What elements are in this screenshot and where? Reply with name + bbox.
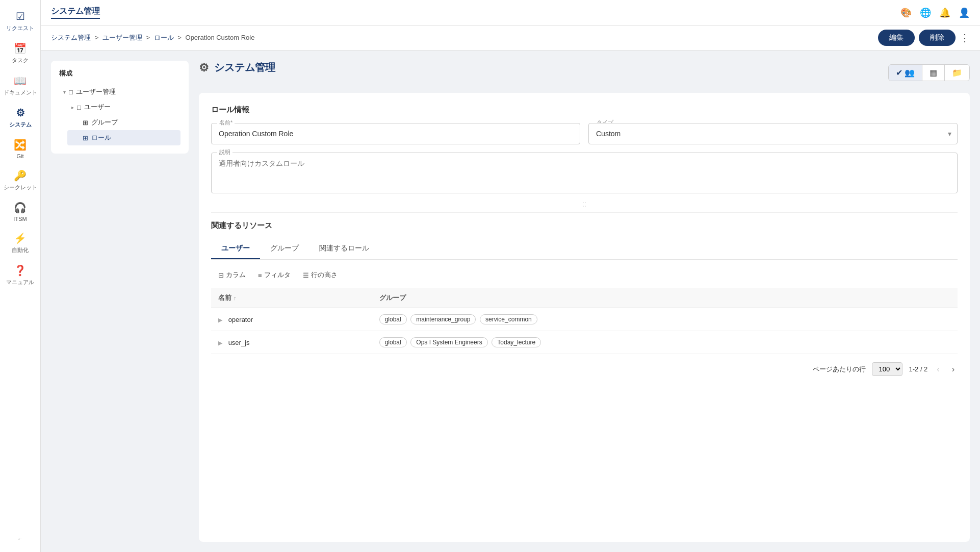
folder-icon-users: □ xyxy=(77,104,81,111)
form-row-name-type: 名前* タイプ Custom System ▾ xyxy=(211,123,958,144)
table-cell-groups: global maintenance_group service_common xyxy=(372,308,958,331)
edit-button[interactable]: 編集 xyxy=(878,30,915,46)
table-cell-groups: global Ops I System Engineers Today_lect… xyxy=(372,331,958,354)
content-area: 構成 ▾ □ ユーザー管理 ▸ □ ユーザー ⊞ グループ xyxy=(41,51,980,552)
notification-icon[interactable]: 🔔 xyxy=(939,7,950,18)
user-icon[interactable]: 👤 xyxy=(959,7,970,18)
user-name: user_js xyxy=(228,339,250,346)
sidebar-item-label: ITSM xyxy=(13,216,27,222)
page-size-select[interactable]: 100 50 25 xyxy=(872,362,902,376)
page-info: 1-2 / 2 xyxy=(909,365,927,373)
view-users-button[interactable]: ✔ 👥 xyxy=(889,65,922,81)
page-prev-button[interactable]: ‹ xyxy=(934,364,942,375)
main-panel: ロール情報 名前* タイプ Custom System ▾ xyxy=(199,93,970,542)
request-icon: ☑ xyxy=(16,10,25,22)
sidebar-item-request[interactable]: ☑ リクエスト xyxy=(0,5,40,37)
table-cell-name: ▶ operator xyxy=(211,308,372,331)
breadcrumb: システム管理 > ユーザー管理 > ロール > Operation Custom… xyxy=(51,33,254,42)
palette-icon[interactable]: 🎨 xyxy=(900,7,912,18)
topbar-title: システム管理 xyxy=(51,6,100,19)
nav-item-roles-label: ロール xyxy=(91,133,111,142)
itsm-icon: 🎧 xyxy=(14,202,27,214)
type-select-wrapper: Custom System ▾ xyxy=(588,123,958,144)
folder-icon: □ xyxy=(69,88,73,96)
role-icon: ⊞ xyxy=(83,134,88,142)
tag-ops: Ops I System Engineers xyxy=(410,337,487,347)
nav-sidebar: 構成 ▾ □ ユーザー管理 ▸ □ ユーザー ⊞ グループ xyxy=(51,61,189,154)
group-icon: ⊞ xyxy=(83,119,88,127)
tab-users[interactable]: ユーザー xyxy=(211,239,260,259)
nav-item-label: ユーザー管理 xyxy=(76,87,116,96)
globe-icon[interactable]: 🌐 xyxy=(920,7,931,18)
nav-item-users[interactable]: ▸ □ ユーザー xyxy=(67,99,180,115)
sidebar: ☑ リクエスト 📅 タスク 📖 ドキュメント ⚙ システム 🔀 Git 🔑 シー… xyxy=(0,0,41,552)
page-header: ⚙ システム管理 xyxy=(199,61,275,74)
sidebar-item-git[interactable]: 🔀 Git xyxy=(0,134,40,164)
sidebar-item-label: タスク xyxy=(12,57,29,64)
filter-icon: ≡ xyxy=(258,271,262,279)
tag-today-lecture: Today_lecture xyxy=(492,337,541,347)
sidebar-item-label: シークレット xyxy=(4,184,37,191)
col-name-label: 名前 xyxy=(218,293,231,303)
type-select[interactable]: Custom System xyxy=(588,123,958,144)
tabs: ユーザー グループ 関連するロール xyxy=(211,239,958,260)
table-row: ▶ user_js global Ops I System Engineers … xyxy=(211,331,958,354)
sidebar-item-itsm[interactable]: 🎧 ITSM xyxy=(0,196,40,227)
tab-groups[interactable]: グループ xyxy=(260,239,309,259)
gear-icon: ⚙ xyxy=(199,61,209,74)
sidebar-item-system[interactable]: ⚙ システム xyxy=(0,102,40,134)
row-expand-icon[interactable]: ▶ xyxy=(218,317,222,323)
back-icon: ← xyxy=(17,536,23,542)
sidebar-item-secret[interactable]: 🔑 シークレット xyxy=(0,164,40,196)
sort-asc-icon: ↑ xyxy=(234,295,237,301)
chevron-down-icon: ▾ xyxy=(63,89,66,95)
sidebar-back-button[interactable]: ← xyxy=(0,531,40,547)
user-name: operator xyxy=(228,316,253,323)
related-resources-title: 関連するリソース xyxy=(211,221,958,231)
nav-item-roles[interactable]: ⊞ ロール xyxy=(67,130,180,145)
tab-related-roles[interactable]: 関連するロール xyxy=(309,239,379,259)
row-expand-icon[interactable]: ▶ xyxy=(218,340,222,346)
breadcrumb-system[interactable]: システム管理 xyxy=(51,34,91,41)
breadcrumb-role[interactable]: ロール xyxy=(154,34,174,41)
col-name[interactable]: 名前 ↑ xyxy=(211,288,372,308)
col-group[interactable]: グループ xyxy=(372,288,958,308)
view-toggle: ✔ 👥 ▦ 📁 xyxy=(888,64,970,81)
sidebar-item-automation[interactable]: ⚡ 自動化 xyxy=(0,227,40,259)
more-button[interactable]: ⋮ xyxy=(960,32,970,44)
description-field: 説明 xyxy=(211,153,958,195)
sidebar-item-document[interactable]: 📖 ドキュメント xyxy=(0,69,40,102)
col-group-label: グループ xyxy=(379,294,406,302)
breadcrumb-actions: 編集 削除 ⋮ xyxy=(878,30,970,46)
sidebar-item-task[interactable]: 📅 タスク xyxy=(0,37,40,69)
sidebar-item-label: マニュアル xyxy=(6,279,34,286)
view-folder-button[interactable]: 📁 xyxy=(944,65,969,81)
name-input[interactable] xyxy=(211,123,580,144)
description-input[interactable] xyxy=(211,153,958,193)
delete-button[interactable]: 削除 xyxy=(919,30,956,46)
table-header-row: 名前 ↑ グループ xyxy=(211,288,958,308)
view-table-button[interactable]: ▦ xyxy=(922,65,944,81)
users-view-icon: 👥 xyxy=(905,68,915,78)
sidebar-item-label: システム xyxy=(9,121,32,129)
nav-item-user-management[interactable]: ▾ □ ユーザー管理 xyxy=(59,84,180,99)
nav-item-groups-label: グループ xyxy=(91,118,118,127)
sidebar-item-label: 自動化 xyxy=(12,246,29,254)
page-next-button[interactable]: › xyxy=(949,364,958,375)
users-table: 名前 ↑ グループ ▶ xyxy=(211,288,958,354)
automation-icon: ⚡ xyxy=(14,232,27,244)
filter-button[interactable]: ≡ フィルタ xyxy=(253,268,296,282)
breadcrumb-user-mgmt[interactable]: ユーザー管理 xyxy=(102,34,142,41)
table-view-icon: ▦ xyxy=(930,68,937,78)
columns-button[interactable]: ⊟ カラム xyxy=(213,268,251,282)
table-cell-name: ▶ user_js xyxy=(211,331,372,354)
nav-item-groups[interactable]: ⊞ グループ xyxy=(67,115,180,130)
chevron-right-icon: ▸ xyxy=(71,105,74,110)
nav-sub-user-management: ▸ □ ユーザー ⊞ グループ ⊞ ロール xyxy=(59,99,180,145)
content-wrapper: ⚙ システム管理 ✔ 👥 ▦ 📁 xyxy=(199,61,970,542)
table-row: ▶ operator global maintenance_group serv… xyxy=(211,308,958,331)
row-height-button[interactable]: ☰ 行の高さ xyxy=(298,268,343,282)
divider xyxy=(211,212,958,213)
manual-icon: ❓ xyxy=(14,264,27,277)
sidebar-item-manual[interactable]: ❓ マニュアル xyxy=(0,259,40,291)
